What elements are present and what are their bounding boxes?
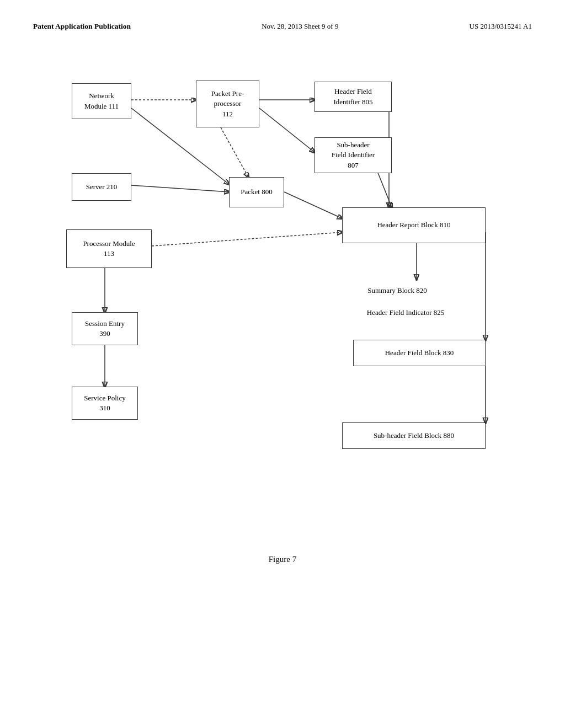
figure-label: Figure 7 [33, 555, 532, 564]
summary-block-label: Summary Block 820 [367, 286, 427, 296]
header-field-block-label: Header Field Block 830 [385, 348, 454, 358]
diagram-area: NetworkModule 111 Packet Pre-processor11… [33, 47, 532, 544]
server-box: Server 210 [72, 173, 131, 201]
packet-preprocessor-label: Packet Pre-processor112 [211, 89, 244, 119]
summary-block-box: Summary Block 820 [342, 279, 452, 302]
header-field-identifier-box: Header FieldIdentifier 805 [315, 82, 392, 112]
header-right: US 2013/0315241 A1 [470, 22, 532, 31]
header-left: Patent Application Publication [33, 22, 131, 31]
diagram-arrows [33, 47, 532, 544]
svg-line-5 [131, 185, 229, 192]
subheader-field-identifier-box: Sub-headerField Identifier807 [315, 137, 392, 173]
header-report-block-box: Header Report Block 810 [342, 207, 486, 243]
svg-line-4 [259, 108, 315, 152]
processor-module-label: Processor Module113 [83, 239, 135, 259]
page-header: Patent Application Publication Nov. 28, … [33, 22, 532, 31]
service-policy-box: Service Policy310 [72, 387, 138, 420]
packet-preprocessor-box: Packet Pre-processor112 [196, 81, 259, 127]
server-label: Server 210 [86, 182, 118, 192]
page: Patent Application Publication Nov. 28, … [0, 0, 565, 728]
subheader-field-block-label: Sub-header Field Block 880 [374, 431, 454, 441]
header-center: Nov. 28, 2013 Sheet 9 of 9 [262, 22, 338, 31]
session-entry-label: Session Entry390 [85, 319, 125, 339]
svg-line-9 [152, 232, 342, 246]
session-entry-box: Session Entry390 [72, 312, 138, 345]
network-module-box: NetworkModule 111 [72, 83, 131, 119]
processor-module-box: Processor Module113 [66, 229, 152, 268]
packet-box: Packet 800 [229, 177, 284, 207]
svg-line-2 [221, 127, 248, 177]
subheader-field-block-box: Sub-header Field Block 880 [342, 422, 486, 449]
header-field-block-box: Header Field Block 830 [353, 340, 486, 366]
header-field-identifier-label: Header FieldIdentifier 805 [333, 87, 372, 106]
svg-line-8 [284, 192, 342, 218]
header-report-block-label: Header Report Block 810 [377, 220, 450, 230]
packet-label: Packet 800 [241, 187, 272, 197]
network-module-label: NetworkModule 111 [84, 91, 119, 111]
header-field-indicator-label: Header Field Indicator 825 [367, 308, 444, 318]
service-policy-label: Service Policy310 [84, 393, 125, 413]
header-field-indicator-box: Header Field Indicator 825 [342, 302, 469, 323]
subheader-field-identifier-label: Sub-headerField Identifier807 [332, 140, 375, 170]
